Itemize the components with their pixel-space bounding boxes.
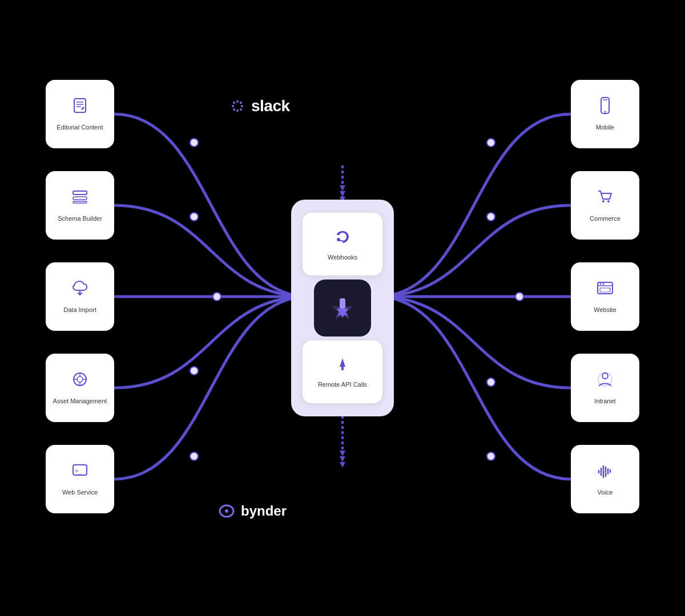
data-import-label: Data Import [63, 306, 96, 314]
svg-point-0 [190, 139, 198, 147]
svg-point-51 [602, 200, 605, 202]
svg-point-4 [190, 452, 198, 460]
center-hub [314, 279, 371, 337]
bynder-label: bynder [241, 503, 287, 519]
schema-label: Schema Builder [58, 214, 102, 222]
bynder-logo: bynder [217, 503, 342, 519]
schema-icon [71, 188, 89, 210]
intranet-label: Intranet [594, 397, 615, 405]
commerce-label: Commerce [590, 214, 620, 222]
slack-icon [228, 97, 247, 115]
webhooks-card: Webhooks [303, 213, 382, 275]
svg-marker-30 [340, 358, 345, 367]
svg-marker-14 [340, 185, 345, 191]
website-label: Website [594, 306, 616, 314]
webhooks-label: Webhooks [328, 254, 357, 261]
voice-label: Voice [598, 488, 613, 496]
svg-point-24 [233, 108, 235, 111]
svg-point-6 [487, 213, 495, 221]
remote-api-icon [334, 355, 351, 376]
data-import-icon [71, 279, 89, 301]
asset-icon [71, 370, 89, 392]
svg-rect-31 [341, 367, 344, 370]
website-icon [596, 279, 614, 301]
svg-marker-15 [340, 451, 345, 456]
svg-rect-20 [241, 105, 243, 107]
remote-api-calls-card: Remote API Calls [303, 341, 382, 403]
svg-rect-37 [73, 197, 87, 200]
website-node: Website [571, 262, 639, 331]
bynder-icon [217, 503, 236, 519]
asset-label: Asset Management [53, 397, 107, 405]
svg-marker-16 [340, 456, 345, 462]
svg-point-23 [240, 102, 242, 104]
svg-point-9 [487, 452, 495, 460]
svg-point-41 [77, 376, 83, 382]
svg-text:>_: >_ [75, 468, 82, 475]
mobile-node: Mobile [571, 80, 639, 148]
asset-management-node: Asset Management [46, 354, 114, 422]
svg-point-56 [603, 283, 605, 285]
voice-node: Voice [571, 445, 639, 513]
web-service-icon: >_ [71, 461, 89, 484]
web-service-label: Web Service [62, 488, 98, 496]
mobile-label: Mobile [596, 123, 614, 131]
svg-rect-18 [232, 105, 234, 107]
svg-point-3 [190, 367, 198, 375]
editorial-icon [71, 96, 89, 119]
svg-rect-36 [73, 191, 87, 194]
svg-point-1 [190, 213, 198, 221]
svg-marker-13 [340, 191, 345, 197]
svg-point-8 [487, 378, 495, 386]
svg-rect-19 [236, 100, 239, 103]
svg-point-52 [607, 200, 610, 202]
intranet-icon [596, 370, 614, 392]
editorial-content-node: Editorial Content [46, 80, 114, 148]
svg-point-49 [605, 111, 606, 113]
svg-point-5 [487, 139, 495, 147]
svg-rect-57 [600, 288, 610, 292]
svg-point-58 [602, 373, 608, 379]
svg-point-55 [600, 283, 602, 285]
diagram-container: .conn-line { fill: none; stroke: #5b4fcf… [29, 51, 656, 565]
editorial-label: Editorial Content [57, 123, 103, 131]
voice-icon [596, 461, 614, 484]
svg-point-7 [515, 293, 523, 301]
svg-point-26 [225, 509, 228, 513]
web-service-node: >_ Web Service [46, 445, 114, 513]
intranet-node: Intranet [571, 354, 639, 422]
svg-rect-38 [73, 201, 87, 203]
svg-rect-21 [236, 110, 239, 112]
commerce-icon [596, 188, 614, 210]
svg-point-25 [240, 108, 242, 111]
center-panel: Webhooks Remote API Calls [291, 200, 394, 416]
svg-rect-28 [340, 298, 345, 309]
schema-builder-node: Schema Builder [46, 171, 114, 240]
remote-api-label: Remote API Calls [318, 381, 367, 388]
webhooks-icon [334, 228, 351, 249]
slack-label: slack [251, 97, 290, 115]
commerce-node: Commerce [571, 171, 639, 240]
svg-rect-32 [74, 99, 86, 112]
svg-marker-17 [340, 462, 345, 468]
data-import-node: Data Import [46, 262, 114, 331]
svg-point-2 [213, 293, 221, 301]
mobile-icon [596, 96, 614, 119]
slack-logo: slack [228, 97, 342, 115]
svg-point-22 [233, 102, 235, 104]
